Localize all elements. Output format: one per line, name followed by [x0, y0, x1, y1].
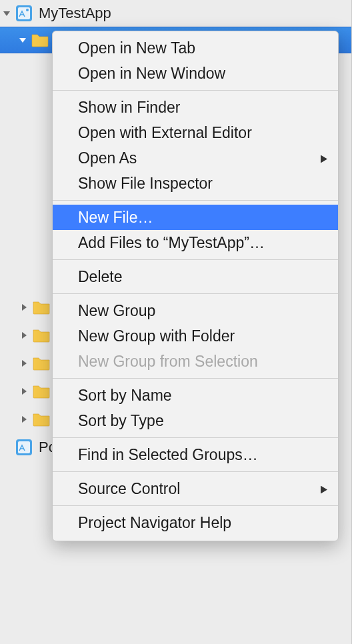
svg-point-3 [26, 9, 29, 11]
folder-icon [32, 354, 51, 373]
disclosure-triangle-right-icon[interactable] [19, 414, 29, 425]
menu-item-project-navigator-help[interactable]: Project Navigator Help [53, 510, 338, 535]
context-menu: Open in New Tab Open in New Window Show … [52, 31, 339, 541]
svg-marker-8 [22, 388, 27, 395]
menu-item-new-group-from-selection: New Group from Selection [53, 349, 338, 374]
menu-separator [53, 378, 338, 379]
svg-rect-11 [18, 441, 30, 453]
menu-item-add-files[interactable]: Add Files to “MyTestApp”… [53, 230, 338, 255]
folder-icon [32, 326, 51, 345]
menu-separator [53, 437, 338, 438]
menu-item-open-in-new-tab[interactable]: Open in New Tab [53, 35, 338, 61]
menu-separator [53, 90, 338, 91]
xcode-project-icon [15, 438, 33, 457]
menu-item-label: Delete [78, 268, 122, 286]
xcode-project-icon [15, 4, 33, 23]
svg-marker-12 [321, 155, 327, 163]
menu-item-new-file[interactable]: New File… [53, 205, 338, 230]
disclosure-triangle-right-icon[interactable] [19, 358, 29, 369]
menu-item-delete[interactable]: Delete [53, 264, 338, 289]
menu-item-label: New File… [78, 209, 153, 227]
svg-marker-6 [22, 332, 27, 339]
menu-item-sort-by-type[interactable]: Sort by Type [53, 408, 338, 433]
folder-icon [32, 410, 51, 429]
menu-item-label: New Group [78, 302, 155, 320]
svg-marker-4 [19, 38, 26, 43]
menu-separator [53, 259, 338, 260]
folder-icon [31, 31, 49, 49]
menu-item-label: Open As [78, 149, 137, 167]
folder-icon [32, 298, 51, 317]
menu-separator [53, 471, 338, 472]
menu-item-label: Open in New Window [78, 65, 225, 83]
menu-item-label: Source Control [78, 480, 180, 498]
menu-item-label: Find in Selected Groups… [78, 446, 258, 464]
disclosure-triangle-right-icon[interactable] [19, 386, 29, 397]
menu-item-source-control[interactable]: Source Control [53, 476, 338, 501]
menu-item-label: New Group from Selection [78, 353, 258, 371]
disclosure-triangle-down-icon[interactable] [17, 35, 28, 45]
menu-item-label: Sort by Type [78, 412, 164, 430]
menu-item-label: Sort by Name [78, 387, 172, 405]
menu-item-label: Open with External Editor [78, 124, 252, 142]
disclosure-triangle-right-icon[interactable] [19, 302, 29, 313]
svg-marker-9 [22, 416, 27, 423]
menu-separator [53, 200, 338, 201]
disclosure-triangle-right-icon[interactable] [19, 330, 29, 341]
folder-icon [32, 382, 51, 401]
menu-item-sort-by-name[interactable]: Sort by Name [53, 383, 338, 408]
menu-item-find-in-selected-groups[interactable]: Find in Selected Groups… [53, 442, 338, 467]
menu-item-label: Open in New Tab [78, 39, 195, 57]
menu-item-show-file-inspector[interactable]: Show File Inspector [53, 171, 338, 196]
tree-row-project-root[interactable]: MyTestApp [0, 0, 351, 27]
menu-separator [53, 293, 338, 294]
svg-marker-13 [321, 486, 327, 494]
disclosure-triangle-down-icon[interactable] [1, 8, 12, 19]
menu-item-label: Add Files to “MyTestApp”… [78, 234, 265, 252]
menu-item-label: Show in Finder [78, 99, 180, 117]
menu-item-open-as[interactable]: Open As [53, 145, 338, 171]
submenu-arrow-icon [321, 480, 327, 498]
menu-item-open-in-new-window[interactable]: Open in New Window [53, 61, 338, 86]
menu-item-label: New Group with Folder [78, 327, 235, 345]
svg-marker-5 [22, 304, 27, 311]
menu-separator [53, 505, 338, 506]
project-root-label: MyTestApp [39, 5, 111, 22]
svg-marker-0 [3, 11, 10, 16]
menu-item-new-group[interactable]: New Group [53, 298, 338, 323]
menu-item-new-group-with-folder[interactable]: New Group with Folder [53, 323, 338, 349]
submenu-arrow-icon [321, 149, 327, 167]
svg-marker-7 [22, 360, 27, 367]
menu-item-open-with-external-editor[interactable]: Open with External Editor [53, 120, 338, 145]
menu-item-label: Show File Inspector [78, 175, 213, 193]
menu-item-show-in-finder[interactable]: Show in Finder [53, 95, 338, 120]
menu-item-label: Project Navigator Help [78, 514, 231, 532]
